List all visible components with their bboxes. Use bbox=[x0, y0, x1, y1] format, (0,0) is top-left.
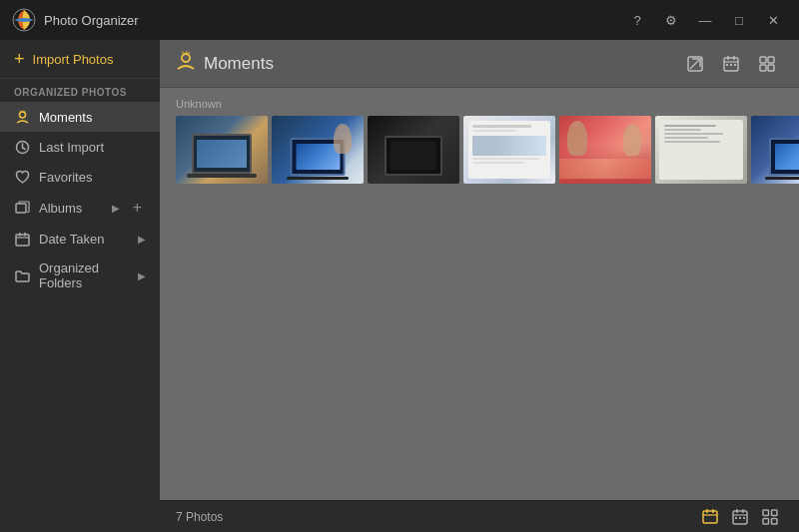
photo-thumb[interactable] bbox=[463, 116, 555, 184]
sidebar-item-last-import[interactable]: Last Import bbox=[0, 132, 160, 162]
svg-rect-22 bbox=[763, 518, 769, 524]
date-taken-label: Date Taken bbox=[39, 232, 129, 247]
svg-rect-21 bbox=[772, 510, 778, 516]
thumb-inner bbox=[368, 116, 459, 184]
svg-rect-14 bbox=[768, 65, 774, 71]
svg-rect-19 bbox=[743, 517, 745, 519]
statusbar: 7 Photos bbox=[160, 500, 799, 532]
view-grid-button[interactable] bbox=[757, 505, 783, 529]
last-import-label: Last Import bbox=[39, 140, 146, 155]
moments-header-icon bbox=[176, 51, 196, 76]
view-calendar-button[interactable] bbox=[727, 505, 753, 529]
svg-rect-13 bbox=[760, 65, 766, 71]
main-title: Moments bbox=[204, 54, 679, 74]
import-photos-button[interactable]: + Import Photos bbox=[0, 40, 160, 79]
main-header: Moments bbox=[160, 40, 799, 88]
svg-point-5 bbox=[182, 54, 190, 62]
svg-rect-20 bbox=[763, 510, 769, 516]
albums-label: Albums bbox=[39, 201, 103, 216]
svg-rect-4 bbox=[16, 235, 29, 246]
thumb-inner bbox=[559, 116, 651, 184]
svg-rect-15 bbox=[703, 511, 717, 523]
plus-icon: + bbox=[14, 50, 25, 68]
thumb-inner bbox=[751, 116, 799, 184]
date-taken-arrow-icon: ▶ bbox=[138, 234, 146, 245]
app-body: + Import Photos Organized Photos Moments bbox=[0, 40, 799, 532]
app-title: Photo Organizer bbox=[44, 13, 623, 28]
organized-photos-label: Organized Photos bbox=[0, 79, 160, 102]
photos-strip bbox=[176, 116, 783, 184]
svg-rect-12 bbox=[768, 57, 774, 63]
organized-folders-label: Organized Folders bbox=[39, 261, 129, 290]
svg-rect-18 bbox=[739, 517, 741, 519]
heart-icon bbox=[14, 169, 30, 185]
photo-thumb[interactable] bbox=[176, 116, 268, 184]
svg-rect-23 bbox=[772, 518, 778, 524]
svg-rect-17 bbox=[735, 517, 737, 519]
calendar-view-button[interactable] bbox=[715, 48, 747, 80]
settings-button[interactable]: ⚙ bbox=[657, 6, 685, 34]
export-button[interactable] bbox=[679, 48, 711, 80]
sidebar-item-moments[interactable]: Moments bbox=[0, 102, 160, 132]
close-button[interactable]: ✕ bbox=[759, 6, 787, 34]
moments-label: Moments bbox=[39, 110, 146, 125]
group-label: Unknown bbox=[176, 98, 783, 110]
main-content: Moments bbox=[160, 40, 799, 532]
titlebar: Photo Organizer ? ⚙ — □ ✕ bbox=[0, 0, 799, 40]
clock-icon bbox=[14, 139, 30, 155]
photo-count: 7 Photos bbox=[176, 510, 697, 524]
photo-thumb[interactable] bbox=[272, 116, 364, 184]
moments-icon bbox=[14, 109, 30, 125]
svg-rect-3 bbox=[16, 204, 26, 213]
svg-rect-9 bbox=[730, 64, 732, 66]
header-actions bbox=[679, 48, 783, 80]
svg-rect-11 bbox=[760, 57, 766, 63]
thumb-inner bbox=[655, 116, 747, 184]
maximize-button[interactable]: □ bbox=[725, 6, 753, 34]
import-label: Import Photos bbox=[33, 52, 114, 67]
minimize-button[interactable]: — bbox=[691, 6, 719, 34]
grid-view-button[interactable] bbox=[751, 48, 783, 80]
photo-thumb[interactable] bbox=[559, 116, 651, 184]
thumb-inner bbox=[463, 116, 555, 184]
albums-icon bbox=[14, 200, 30, 216]
sidebar-item-favorites[interactable]: Favorites bbox=[0, 162, 160, 192]
thumb-inner bbox=[176, 116, 268, 184]
sidebar: + Import Photos Organized Photos Moments bbox=[0, 40, 160, 532]
window-controls: ? ⚙ — □ ✕ bbox=[623, 6, 787, 34]
help-button[interactable]: ? bbox=[623, 6, 651, 34]
photo-thumb[interactable] bbox=[751, 116, 799, 184]
app-logo bbox=[12, 8, 36, 32]
photo-thumb[interactable] bbox=[368, 116, 459, 184]
folder-icon bbox=[14, 267, 30, 283]
view-timeline-button[interactable] bbox=[697, 505, 723, 529]
sidebar-item-albums[interactable]: Albums ▶ + bbox=[0, 192, 160, 224]
thumb-inner bbox=[272, 116, 364, 184]
favorites-label: Favorites bbox=[39, 170, 146, 185]
svg-rect-8 bbox=[726, 64, 728, 66]
svg-point-1 bbox=[19, 112, 25, 118]
organized-folders-arrow-icon: ▶ bbox=[138, 270, 146, 281]
sidebar-item-date-taken[interactable]: Date Taken ▶ bbox=[0, 224, 160, 254]
photos-area: Unknown bbox=[160, 88, 799, 500]
sidebar-item-organized-folders[interactable]: Organized Folders ▶ bbox=[0, 254, 160, 297]
calendar-icon bbox=[14, 231, 30, 247]
svg-rect-10 bbox=[734, 64, 736, 66]
view-buttons bbox=[697, 505, 783, 529]
albums-add-icon[interactable]: + bbox=[129, 199, 146, 217]
albums-arrow-icon: ▶ bbox=[112, 203, 120, 214]
photo-thumb[interactable] bbox=[655, 116, 747, 184]
